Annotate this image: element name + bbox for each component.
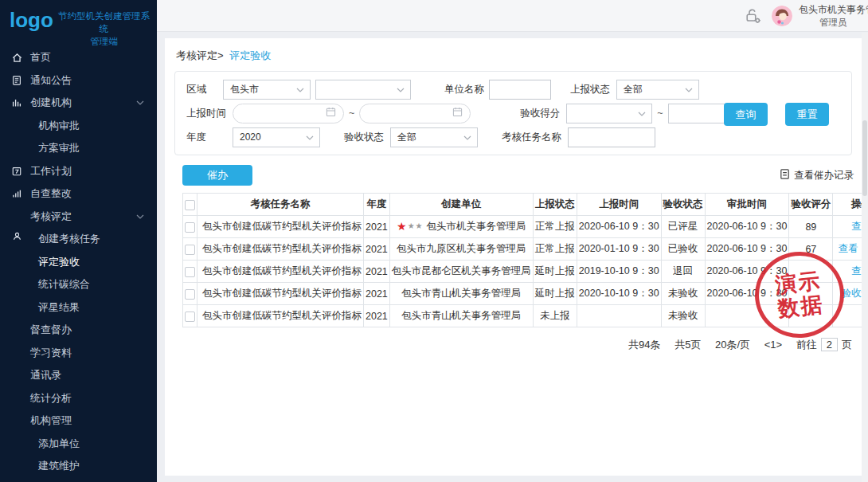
document-icon [779,168,791,182]
header-checkbox-cell [183,194,197,216]
sidebar-item-evaluation-acceptance[interactable]: 评定验收 [0,251,157,274]
chevron-down-icon [397,84,405,95]
sidebar-item-supervision[interactable]: 督查督办 [0,319,157,342]
per-page: 20条/页 [715,339,750,351]
cell-accept-status: 退回 [661,261,705,283]
sidebar-item-building-maintenance[interactable]: 建筑维护 [0,455,157,478]
sidebar-item-self-check[interactable]: 自查整改 [0,182,157,206]
row-checkbox[interactable] [185,267,195,277]
cell-unit: 包头市昆都仑区机关事务管理局 [389,261,533,283]
col-header-task: 考核任务名称 [197,194,364,216]
report-status-select-value: 全部 [624,83,643,96]
cell-score [789,261,833,283]
sidebar-item-star-results[interactable]: 评星结果 [0,296,157,319]
sidebar-item-notices[interactable]: 通知公告 [0,69,157,92]
unit-name-input[interactable] [489,80,551,100]
sidebar-item-work-plan[interactable]: 工作计划 [0,160,157,183]
region-sub-select[interactable] [315,80,411,100]
sidebar-item-study-materials[interactable]: 学习资料 [0,342,157,365]
reset-button[interactable]: 重置 [785,103,829,126]
sidebar-item-contacts[interactable]: 通讯录 [0,364,157,387]
scrollbar-thumb[interactable] [862,120,867,196]
filter-buttons: 查询 重置 [724,103,829,126]
sidebar-item-org-management[interactable]: 机构管理 [0,410,157,433]
sidebar-item-home[interactable]: 首页 [0,46,157,69]
year-label: 年度 [186,131,233,144]
table-row: 包头市创建低碳节约型机关评价指标 2021 包头市九原区机关事务管理局 正常上报… [183,238,868,261]
cell-task: 包头市创建低碳节约型机关评价指标 [197,305,364,327]
sidebar-item-carbon-stats[interactable]: 统计碳综合 [0,273,157,296]
range-separator: ~ [657,108,663,119]
sidebar-item-label: 统计分析 [30,391,72,406]
current-page[interactable]: 1 [770,339,776,351]
sidebar-item-create-org[interactable]: 创建机构 [0,92,157,115]
avatar[interactable] [772,6,792,26]
sidebar-item-label: 评定验收 [38,255,80,269]
select-all-checkbox[interactable] [185,200,195,210]
cell-report-time: 2020-06-10 9：30 [577,216,661,238]
report-time-label: 上报时间 [186,107,233,120]
row-checkbox[interactable] [185,245,195,255]
score-min-select[interactable] [566,104,652,123]
col-header-report-status: 上报状态 [533,194,577,216]
cell-score [789,305,833,327]
urge-button[interactable]: 催办 [182,165,252,186]
table-header-row: 考核任务名称 年度 创建单位 上报状态 上报时间 验收状态 审批时间 验收评分 … [183,194,868,216]
filter-row-3: 年度 2020 验收状态 全部 考核任务名称 [186,125,840,149]
logo-area: logo 节约型机关创建管理系统 管理端 [0,0,157,43]
view-link[interactable]: 查看 [838,243,858,254]
topbar: 包头市机关事务管理局 管理员 [157,0,868,32]
col-header-unit: 创建单位 [389,194,533,216]
next-page-button[interactable]: > [776,339,783,351]
accept-status-select[interactable]: 全部 [390,127,478,147]
table-row: 包头市创建低碳节约型机关评价指标 2021 ★★★包头市机关事务管理局 正常上报… [183,216,868,238]
col-header-accept-status: 验收状态 [661,194,705,216]
calendar-icon [452,107,463,120]
sidebar-item-statistics[interactable]: 统计分析 [0,387,157,410]
year-select[interactable]: 2020 [233,127,320,147]
sidebar-item-add-unit[interactable]: 添加单位 [0,433,157,456]
report-status-select[interactable]: 全部 [616,80,699,100]
region-select[interactable]: 包头市 [223,80,311,100]
accept-status-select-value: 全部 [397,131,416,144]
sidebar-item-label: 通知公告 [30,73,72,88]
report-time-start-input[interactable] [233,104,344,123]
sidebar-item-label: 督查督办 [30,323,72,337]
cell-approve-time: 2020-06-10 9：30 [705,283,789,305]
cell-score: 89 [789,216,833,238]
sidebar-menu: 首页 通知公告 创建机构 机构审批 方案审批 工作计划 自查整改 考核评定 创建… [0,43,157,478]
sidebar-item-assessment[interactable]: 考核评定 [0,206,157,229]
cell-year: 2021 [364,216,390,238]
table-row: 包头市创建低碳节约型机关评价指标 2021 包头市昆都仑区机关事务管理局 延时上… [183,261,868,283]
view-urge-records-link[interactable]: 查看催办记录 [779,168,854,182]
cell-accept-status: 未验收 [661,283,705,305]
row-checkbox[interactable] [185,312,195,322]
table-row: 包头市创建低碳节约型机关评价指标 2021 包头市青山机关事务管理局 延时上报 … [183,283,868,305]
cell-accept-status: 已评星 [661,216,705,238]
cell-unit: ★★★包头市机关事务管理局 [389,216,533,238]
goto-page-input[interactable]: 2 [821,338,838,351]
cell-unit: 包头市青山机关事务管理局 [389,305,533,327]
chevron-down-icon [306,131,314,143]
sidebar-item-label: 评星结果 [38,300,80,315]
sidebar-item-label: 学习资料 [30,346,72,360]
search-button[interactable]: 查询 [724,103,768,126]
cell-year: 2021 [364,283,390,305]
user-info[interactable]: 包头市机关事务管理局 管理员 [799,3,868,29]
row-checkbox[interactable] [185,289,195,300]
row-checkbox[interactable] [185,222,195,233]
breadcrumb-current[interactable]: 评定验收 [229,49,271,61]
sidebar-item-plan-approval[interactable]: 方案审批 [0,137,157,160]
task-name-input[interactable] [568,127,655,147]
unit-name-label: 单位名称 [444,83,484,96]
system-title-line1: 节约型机关创建管理系统 [57,10,151,35]
report-time-end-input[interactable] [359,104,471,123]
col-header-year: 年度 [364,194,390,216]
report-status-label: 上报状态 [570,83,610,96]
cell-task: 包头市创建低碳节约型机关评价指标 [197,261,364,283]
range-separator: ~ [349,108,354,119]
sidebar-item-org-approval[interactable]: 机构审批 [0,115,157,138]
lock-settings-icon[interactable] [745,7,762,28]
cell-task: 包头市创建低碳节约型机关评价指标 [197,283,364,305]
sidebar-item-create-task[interactable]: 创建考核任务 [0,228,157,251]
